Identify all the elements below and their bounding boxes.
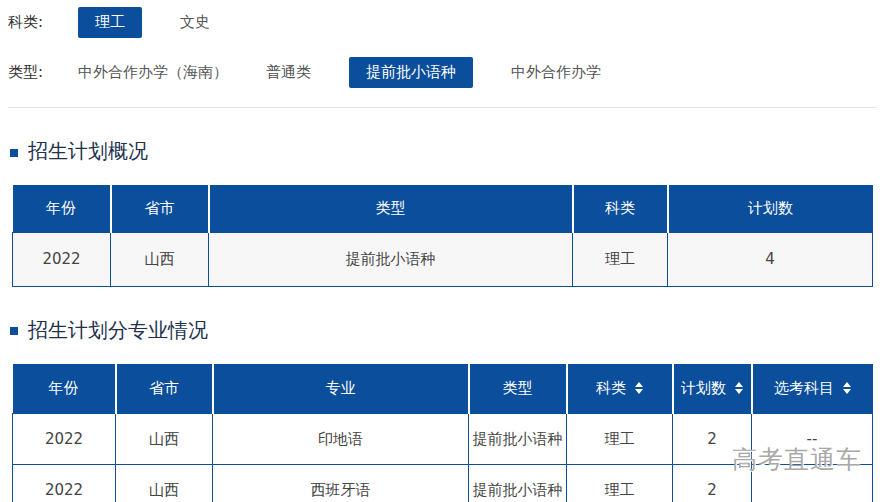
overview-header-row: 年份 省市 类型 科类 计划数 <box>13 185 873 232</box>
overview-header-type: 类型 <box>209 185 573 232</box>
section-bullet-icon <box>10 149 18 157</box>
major-table: 年份 省市 专业 类型 科类 计划数 选考科目 2022 山西 印地语 <box>12 364 873 502</box>
type-filter-row: 类型: 中外合作办学（海南） 普通类 提前批小语种 中外合作办学 <box>8 57 876 88</box>
major-header-plan-count-sort[interactable]: 计划数 <box>673 364 752 414</box>
table-row: 2022 山西 提前批小语种 理工 4 <box>13 232 873 286</box>
overview-header-subject: 科类 <box>573 185 668 232</box>
major-cell-major: 西班牙语 <box>213 465 469 502</box>
major-header-type: 类型 <box>469 364 567 414</box>
major-cell-subject: 理工 <box>567 465 673 502</box>
table-row: 2022 山西 印地语 提前批小语种 理工 2 -- <box>13 414 873 465</box>
major-cell-plan-count: 2 <box>673 414 752 465</box>
major-header-plan-count-label: 计划数 <box>681 379 726 397</box>
major-section-title: 招生计划分专业情况 <box>12 317 872 344</box>
major-header-subject-label: 科类 <box>596 379 626 397</box>
table-row: 2022 山西 西班牙语 提前批小语种 理工 2 <box>13 465 873 502</box>
overview-header-plan-count: 计划数 <box>668 185 873 232</box>
overview-section: 招生计划概况 年份 省市 类型 科类 计划数 2022 山西 提前批小语种 理工… <box>0 138 884 287</box>
major-cell-type: 提前批小语种 <box>469 465 567 502</box>
major-cell-subject: 理工 <box>567 414 673 465</box>
type-filter-label: 类型: <box>8 63 78 82</box>
sort-icon[interactable] <box>735 382 743 394</box>
major-header-year: 年份 <box>13 364 116 414</box>
overview-header-year: 年份 <box>13 185 111 232</box>
major-cell-exam-subjects: -- <box>752 414 873 465</box>
major-header-province: 省市 <box>116 364 213 414</box>
type-option-sino-foreign-hainan[interactable]: 中外合作办学（海南） <box>78 57 228 88</box>
subject-option-science[interactable]: 理工 <box>78 7 142 38</box>
major-cell-type: 提前批小语种 <box>469 414 567 465</box>
type-option-sino-foreign[interactable]: 中外合作办学 <box>511 57 601 88</box>
overview-header-province: 省市 <box>111 185 209 232</box>
major-header-major: 专业 <box>213 364 469 414</box>
overview-cell-year: 2022 <box>13 232 111 286</box>
overview-cell-plan-count: 4 <box>668 232 873 286</box>
sort-icon[interactable] <box>635 382 643 394</box>
major-header-row: 年份 省市 专业 类型 科类 计划数 选考科目 <box>13 364 873 414</box>
major-cell-province: 山西 <box>116 465 213 502</box>
major-cell-plan-count: 2 <box>673 465 752 502</box>
major-header-subject-sort[interactable]: 科类 <box>567 364 673 414</box>
major-header-exam-subjects-sort[interactable]: 选考科目 <box>752 364 873 414</box>
major-title-text: 招生计划分专业情况 <box>28 317 208 344</box>
major-header-exam-subjects-label: 选考科目 <box>774 379 834 397</box>
filter-divider <box>8 107 876 108</box>
major-section: 招生计划分专业情况 年份 省市 专业 类型 科类 计划数 选考科目 <box>0 317 884 502</box>
type-option-regular[interactable]: 普通类 <box>266 57 311 88</box>
section-bullet-icon <box>10 327 18 335</box>
major-cell-year: 2022 <box>13 414 116 465</box>
subject-filter-label: 科类: <box>8 13 78 32</box>
major-cell-province: 山西 <box>116 414 213 465</box>
overview-table: 年份 省市 类型 科类 计划数 2022 山西 提前批小语种 理工 4 <box>12 185 873 287</box>
overview-title-text: 招生计划概况 <box>28 138 148 165</box>
filter-bar: 科类: 理工 文史 类型: 中外合作办学（海南） 普通类 提前批小语种 中外合作… <box>0 0 884 108</box>
type-option-early-minor-languages[interactable]: 提前批小语种 <box>349 57 473 88</box>
overview-section-title: 招生计划概况 <box>12 138 872 165</box>
overview-cell-subject: 理工 <box>573 232 668 286</box>
overview-cell-type: 提前批小语种 <box>209 232 573 286</box>
major-cell-major: 印地语 <box>213 414 469 465</box>
major-cell-year: 2022 <box>13 465 116 502</box>
subject-option-liberal-arts[interactable]: 文史 <box>180 7 210 38</box>
subject-filter-row: 科类: 理工 文史 <box>8 7 876 38</box>
sort-icon[interactable] <box>843 382 851 394</box>
overview-cell-province: 山西 <box>111 232 209 286</box>
major-cell-exam-subjects <box>752 465 873 502</box>
